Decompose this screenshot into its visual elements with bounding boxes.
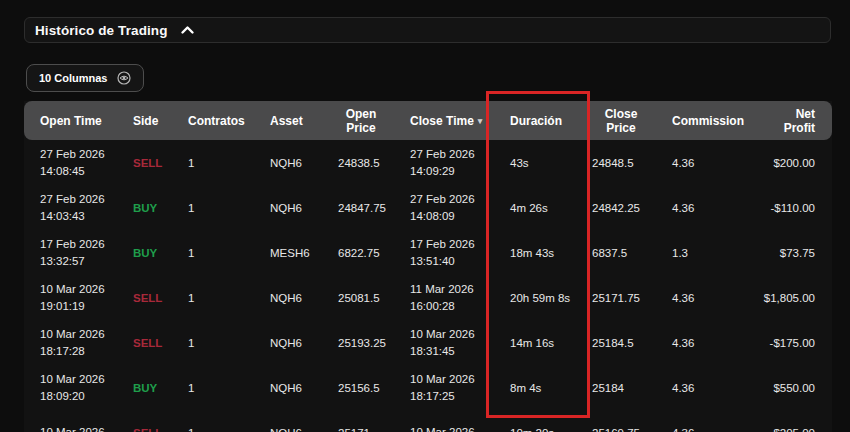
contracts-cell: 1	[186, 382, 265, 394]
open-price-cell: 24847.75	[330, 202, 392, 214]
open-time-cell: 10 Mar 2026 18:17:28	[24, 326, 133, 360]
side-cell: BUY	[133, 202, 186, 214]
asset-cell: NQH6	[265, 202, 330, 214]
side-label: BUY	[133, 202, 157, 214]
header-asset: Asset	[265, 114, 330, 128]
table-header-row: Open Time Side Contratos Asset Open Pric…	[24, 101, 832, 140]
table-row[interactable]: 27 Feb 2026 14:08:45 SELL 1 NQH6 24838.5…	[24, 140, 832, 185]
close-time-cell: 11 Mar 2026 16:00:28	[392, 281, 487, 315]
header-close-time[interactable]: Close Time▾	[392, 114, 487, 128]
side-cell: SELL	[133, 337, 186, 349]
close-time-cell: 10 Mar 2026	[392, 424, 487, 432]
side-label: BUY	[133, 382, 157, 394]
open-price-cell: 25171	[330, 427, 392, 432]
table-body: 27 Feb 2026 14:08:45 SELL 1 NQH6 24838.5…	[24, 140, 832, 432]
open-time-cell: 10 Mar 2026 18:09:20	[24, 371, 133, 405]
close-time-cell: 10 Mar 2026 18:17:25	[392, 371, 487, 405]
header-duracion: Duración	[487, 114, 590, 128]
columns-button[interactable]: 10 Columnas	[26, 64, 144, 92]
close-price-cell: 24842.25	[590, 202, 652, 214]
side-label: SELL	[133, 337, 162, 349]
duration-cell: 10m 20s	[487, 427, 590, 432]
contracts-cell: 1	[186, 247, 265, 259]
net-profit-cell: $73.75	[742, 247, 832, 259]
open-time-cell: 27 Feb 2026 14:08:45	[24, 146, 133, 180]
panel-title: Histórico de Trading	[35, 23, 168, 38]
net-profit-cell: -$175.00	[742, 337, 832, 349]
asset-cell: NQH6	[265, 337, 330, 349]
duration-cell: 20h 59m 8s	[487, 292, 590, 304]
contracts-cell: 1	[186, 337, 265, 349]
close-price-cell: 25184	[590, 382, 652, 394]
duration-cell: 43s	[487, 157, 590, 169]
duration-cell: 14m 16s	[487, 337, 590, 349]
close-time-cell: 27 Feb 2026 14:09:29	[392, 146, 487, 180]
table-row[interactable]: 27 Feb 2026 14:03:43 BUY 1 NQH6 24847.75…	[24, 185, 832, 230]
open-time-cell: 10 Mar 2026	[24, 424, 133, 432]
net-profit-cell: $200.00	[742, 157, 832, 169]
commission-cell: 4.36	[652, 157, 742, 169]
header-side: Side	[133, 114, 186, 128]
header-commission: Commission	[652, 114, 742, 128]
side-cell: SELL	[133, 292, 186, 304]
close-time-cell: 27 Feb 2026 14:08:09	[392, 191, 487, 225]
side-cell: BUY	[133, 382, 186, 394]
columns-button-label: 10 Columnas	[39, 72, 107, 84]
contracts-cell: 1	[186, 292, 265, 304]
net-profit-cell: $1,805.00	[742, 292, 832, 304]
duration-cell: 4m 26s	[487, 202, 590, 214]
open-price-cell: 25081.5	[330, 292, 392, 304]
contracts-cell: 1	[186, 157, 265, 169]
asset-cell: NQH6	[265, 292, 330, 304]
open-time-cell: 27 Feb 2026 14:03:43	[24, 191, 133, 225]
header-close-price: Close Price	[590, 107, 652, 135]
side-cell: SELL	[133, 157, 186, 169]
table-row[interactable]: 10 Mar 2026 18:09:20 BUY 1 NQH6 25156.5 …	[24, 365, 832, 410]
table-row[interactable]: 10 Mar 2026 SELL 1 NQH6 25171 10 Mar 202…	[24, 410, 832, 432]
commission-cell: 4.36	[652, 427, 742, 432]
sort-caret-icon: ▾	[478, 116, 483, 126]
table-row[interactable]: 17 Feb 2026 13:32:57 BUY 1 MESH6 6822.75…	[24, 230, 832, 275]
commission-cell: 4.36	[652, 382, 742, 394]
close-time-cell: 10 Mar 2026 18:31:45	[392, 326, 487, 360]
open-price-cell: 25156.5	[330, 382, 392, 394]
close-price-cell: 25171.75	[590, 292, 652, 304]
close-price-cell: 6837.5	[590, 247, 652, 259]
open-price-cell: 24838.5	[330, 157, 392, 169]
header-contratos: Contratos	[186, 114, 265, 128]
open-time-cell: 10 Mar 2026 19:01:19	[24, 281, 133, 315]
open-price-cell: 25193.25	[330, 337, 392, 349]
side-cell: BUY	[133, 247, 186, 259]
asset-cell: NQH6	[265, 157, 330, 169]
net-profit-cell: $205.00	[742, 427, 832, 432]
header-open-price: Open Price	[330, 107, 392, 135]
trading-history-table: Open Time Side Contratos Asset Open Pric…	[24, 101, 832, 432]
commission-cell: 4.36	[652, 292, 742, 304]
asset-cell: NQH6	[265, 382, 330, 394]
asset-cell: NQH6	[265, 427, 330, 432]
side-label: SELL	[133, 157, 162, 169]
asset-cell: MESH6	[265, 247, 330, 259]
chevron-up-icon	[180, 24, 195, 36]
table-row[interactable]: 10 Mar 2026 19:01:19 SELL 1 NQH6 25081.5…	[24, 275, 832, 320]
net-profit-cell: $550.00	[742, 382, 832, 394]
commission-cell: 4.36	[652, 337, 742, 349]
close-price-cell: 25184.5	[590, 337, 652, 349]
contracts-cell: 1	[186, 427, 265, 432]
duration-cell: 18m 43s	[487, 247, 590, 259]
table-row[interactable]: 10 Mar 2026 18:17:28 SELL 1 NQH6 25193.2…	[24, 320, 832, 365]
duration-cell: 8m 4s	[487, 382, 590, 394]
net-profit-cell: -$110.00	[742, 202, 832, 214]
close-price-cell: 25169.75	[590, 427, 652, 432]
close-price-cell: 24848.5	[590, 157, 652, 169]
header-net-profit: Net Profit	[742, 107, 832, 135]
eye-icon	[117, 71, 131, 85]
side-label: BUY	[133, 247, 157, 259]
side-cell: SELL	[133, 427, 186, 432]
commission-cell: 1.3	[652, 247, 742, 259]
commission-cell: 4.36	[652, 202, 742, 214]
contracts-cell: 1	[186, 202, 265, 214]
panel-header-historico[interactable]: Histórico de Trading	[24, 17, 831, 43]
trading-history-page: Histórico de Trading 10 Columnas Open Ti…	[0, 0, 850, 432]
close-time-cell: 17 Feb 2026 13:51:40	[392, 236, 487, 270]
